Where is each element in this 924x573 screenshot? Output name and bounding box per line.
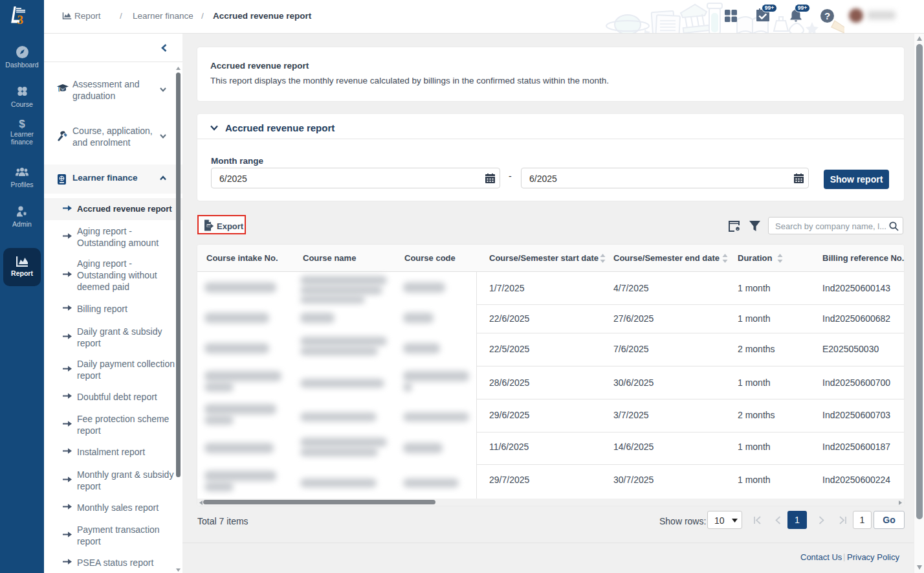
svg-text:3: 3 [17, 13, 24, 27]
